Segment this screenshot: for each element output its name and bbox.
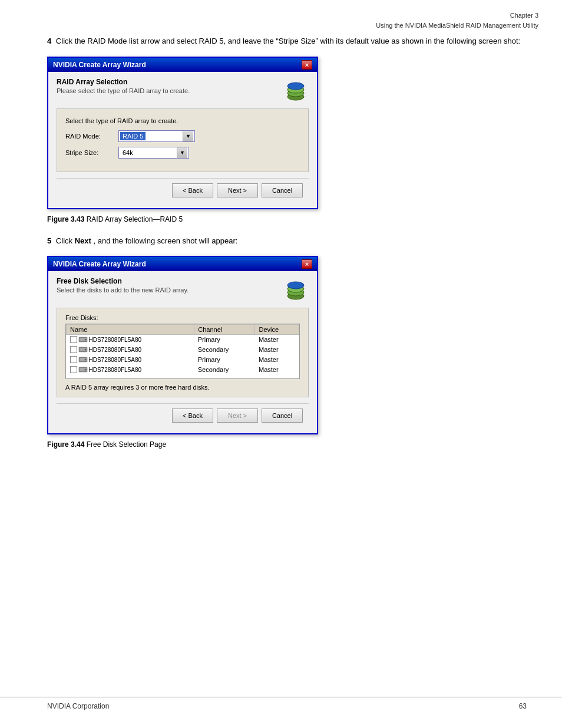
- disk-name: HDS728080FL5A80: [89, 357, 142, 363]
- dialog2-back-btn[interactable]: < Back: [172, 409, 213, 423]
- figure43-text: RAID Array Selection—RAID 5: [87, 215, 183, 223]
- dialog1: NVIDIA Create Array Wizard × RAID Array …: [47, 57, 318, 209]
- dialog1-back-btn[interactable]: < Back: [172, 183, 213, 197]
- disk-icon: [78, 366, 88, 373]
- page-footer: NVIDIA Corporation 63: [0, 697, 562, 710]
- disk-channel: Primary: [194, 335, 255, 345]
- figure44-text: Free Disk Selection Page: [87, 440, 166, 449]
- dialog1-raid-mode-row: RAID Mode: RAID 5 ▼: [65, 130, 300, 142]
- dialog1-body: RAID Array Selection Please select the t…: [48, 72, 317, 208]
- step5-text: 5 Click Next , and the following screen …: [47, 235, 527, 247]
- disk-icon: [78, 346, 88, 353]
- page-header: Chapter 3 Using the NVIDIA MediaShield R…: [376, 11, 538, 30]
- disk-checkbox-1[interactable]: [70, 346, 77, 353]
- disk-channel: Secondary: [194, 365, 255, 375]
- disk-device: Master: [255, 355, 299, 365]
- figure44-label: Figure 3.44: [47, 440, 84, 449]
- free-disks-table-wrapper: Name Channel Device: [65, 324, 300, 379]
- dialog1-stripe-size-row: Stripe Size: 64k ▼: [65, 147, 300, 159]
- dialog2: NVIDIA Create Array Wizard × Free Disk S…: [47, 256, 318, 434]
- disk-checkbox-0[interactable]: [70, 336, 77, 343]
- dialog2-section-header: Free Disk Selection: [57, 277, 189, 285]
- dialog1-inner: Select the type of RAID array to create.…: [57, 108, 309, 172]
- dialog2-cancel-btn[interactable]: Cancel: [262, 409, 303, 423]
- table-header-row: Name Channel Device: [67, 325, 299, 335]
- disk-channel: Secondary: [194, 345, 255, 355]
- table-row[interactable]: HDS728080FL5A80 Secondary Master: [67, 365, 299, 375]
- dialog1-header-text: RAID Array Selection Please select the t…: [57, 78, 190, 100]
- dialog2-inner: Free Disks: Name Channel Device: [57, 308, 309, 397]
- step4-num: 4: [47, 37, 51, 45]
- stripe-size-select[interactable]: 64k ▼: [118, 147, 189, 159]
- raid-mode-arrow[interactable]: ▼: [183, 131, 193, 141]
- disk-icon: [78, 336, 88, 343]
- raid-note: A RAID 5 array requires 3 or more free h…: [65, 384, 300, 391]
- disk-checkbox-3[interactable]: [70, 366, 77, 373]
- disk-device: Master: [255, 365, 299, 375]
- dialog1-title: NVIDIA Create Array Wizard: [53, 61, 146, 69]
- dialog2-icon: [283, 277, 309, 303]
- svg-point-19: [84, 369, 86, 371]
- dialog2-header-row: Free Disk Selection Select the disks to …: [57, 277, 309, 303]
- col-channel: Channel: [194, 325, 255, 335]
- dialog2-titlebar: NVIDIA Create Array Wizard ×: [48, 257, 317, 271]
- figure43-caption: Figure 3.43 RAID Array Selection—RAID 5: [47, 215, 527, 223]
- disk-name: HDS728080FL5A80: [89, 347, 142, 353]
- dialog1-footer: < Back Next > Cancel: [57, 178, 309, 202]
- svg-point-10: [84, 339, 86, 341]
- dialog1-next-btn[interactable]: Next >: [217, 183, 258, 197]
- raid-mode-label: RAID Mode:: [65, 133, 118, 140]
- svg-point-7: [287, 282, 304, 289]
- disk-device: Master: [255, 335, 299, 345]
- dialog2-close-btn[interactable]: ×: [302, 259, 312, 269]
- dialog1-section-sub: Please select the type of RAID array to …: [57, 87, 190, 94]
- svg-point-3: [287, 83, 304, 90]
- step5-bold: Next: [75, 236, 91, 245]
- free-disks-label: Free Disks:: [65, 314, 300, 321]
- free-disks-table: Name Channel Device: [66, 324, 299, 375]
- stripe-size-arrow[interactable]: ▼: [177, 147, 187, 158]
- raid-mode-select[interactable]: RAID 5 ▼: [118, 130, 195, 142]
- svg-point-16: [84, 359, 86, 361]
- dialog1-icon: [283, 78, 309, 104]
- footer-left: NVIDIA Corporation: [47, 702, 109, 710]
- disk-checkbox-2[interactable]: [70, 356, 77, 363]
- dialog1-cancel-btn[interactable]: Cancel: [262, 183, 303, 197]
- stripe-size-label: Stripe Size:: [65, 149, 118, 156]
- disk-name: HDS728080FL5A80: [89, 337, 142, 343]
- dialog1-close-btn[interactable]: ×: [302, 60, 312, 70]
- dialog2-title: NVIDIA Create Array Wizard: [53, 260, 146, 268]
- table-row[interactable]: HDS728080FL5A80 Primary Master: [67, 335, 299, 345]
- figure44-caption: Figure 3.44 Free Disk Selection Page: [47, 440, 527, 449]
- col-name: Name: [67, 325, 194, 335]
- table-row[interactable]: HDS728080FL5A80 Primary Master: [67, 355, 299, 365]
- dialog2-header-text: Free Disk Selection Select the disks to …: [57, 277, 189, 299]
- col-device: Device: [255, 325, 299, 335]
- dialog1-section-header: RAID Array Selection: [57, 78, 190, 86]
- dialog2-body: Free Disk Selection Select the disks to …: [48, 271, 317, 433]
- step5-num: 5: [47, 236, 51, 245]
- stripe-size-value: 64k: [120, 149, 135, 157]
- disk-icon: [78, 356, 88, 363]
- dialog1-titlebar: NVIDIA Create Array Wizard ×: [48, 58, 317, 72]
- chapter-label: Chapter 3: [376, 11, 538, 21]
- disk-device: Master: [255, 345, 299, 355]
- step4-text: 4 Click the RAID Mode list arrow and sel…: [47, 35, 527, 47]
- dialog2-next-btn[interactable]: Next >: [217, 409, 258, 423]
- disk-channel: Primary: [194, 355, 255, 365]
- raid-mode-value: RAID 5: [120, 132, 146, 140]
- footer-right: 63: [519, 702, 527, 710]
- dialog2-footer: < Back Next > Cancel: [57, 403, 309, 427]
- figure43-label: Figure 3.43: [47, 215, 84, 223]
- table-row[interactable]: HDS728080FL5A80 Secondary Master: [67, 345, 299, 355]
- disk-name: HDS728080FL5A80: [89, 367, 142, 373]
- dialog1-inner-label: Select the type of RAID array to create.: [65, 117, 300, 124]
- dialog2-section-sub: Select the disks to add to the new RAID …: [57, 286, 189, 294]
- svg-point-13: [84, 349, 86, 351]
- chapter-subtitle: Using the NVIDIA MediaShield RAID Manage…: [376, 21, 538, 31]
- dialog1-header-row: RAID Array Selection Please select the t…: [57, 78, 309, 104]
